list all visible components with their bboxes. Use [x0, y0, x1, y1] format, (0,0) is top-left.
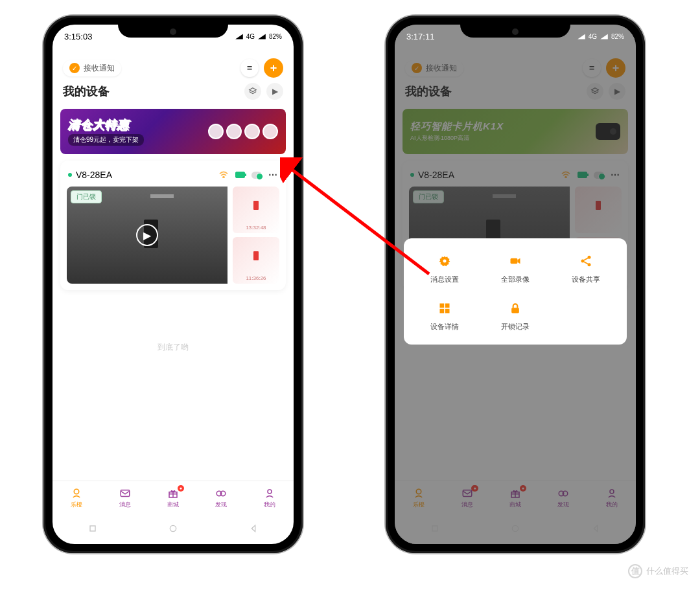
svg-point-6 — [268, 490, 272, 494]
check-icon: ✓ — [69, 63, 80, 73]
device-head: V8-28EA ⋯ — [67, 167, 279, 187]
add-device-button[interactable]: + — [264, 58, 283, 78]
notch-camera — [170, 28, 176, 35]
status-time: 3:17:11 — [406, 32, 434, 41]
svg-rect-20 — [445, 309, 449, 313]
event-thumbnails: 13:32:48 11:36:26 — [233, 187, 279, 284]
annotation-arrow — [280, 157, 449, 287]
video-area[interactable]: 门已锁 ▶ — [67, 187, 228, 284]
profile-icon — [262, 488, 277, 499]
home-icon — [69, 488, 84, 499]
watermark-text: 什么值得买 — [646, 565, 688, 577]
svg-rect-19 — [439, 309, 444, 313]
watermark-icon: 值 — [628, 564, 642, 578]
svg-line-15 — [584, 258, 588, 260]
event-thumb-1[interactable]: 13:32:48 — [233, 187, 279, 233]
system-nav — [52, 519, 294, 540]
device-more-button[interactable]: ⋯ — [268, 170, 278, 180]
screen-left: 3:15:03 4G 82% ✓ 接收通知 = + 我的设备 ▶ 清仓大 — [52, 25, 294, 544]
sys-back-icon[interactable] — [248, 523, 259, 536]
app-header: ✓ 接收通知 = + — [52, 51, 294, 85]
svg-rect-11 — [510, 258, 517, 264]
lock-icon — [508, 301, 522, 315]
menu-device-details[interactable]: 设备详情 — [409, 301, 480, 332]
watermark: 值 什么值得买 — [628, 564, 688, 578]
signal-icon-2 — [257, 33, 266, 40]
nav-discover[interactable]: 发现 — [197, 481, 245, 516]
signal-icon — [235, 33, 244, 40]
sys-home-icon[interactable] — [168, 523, 178, 536]
wifi-icon — [218, 170, 229, 180]
nav-messages[interactable]: 消息 — [100, 481, 148, 516]
play-icon[interactable]: ▶ — [266, 83, 283, 100]
notify-pill[interactable]: ✓ 接收通知 — [63, 60, 121, 76]
event-thumb-2[interactable]: 11:36:26 — [233, 237, 279, 284]
phone-left: 3:15:03 4G 82% ✓ 接收通知 = + 我的设备 ▶ 清仓大 — [43, 16, 303, 553]
nav-shop[interactable]: ●商城 — [149, 481, 197, 516]
discover-icon — [214, 488, 228, 499]
svg-line-30 — [288, 166, 429, 274]
cloud-check-icon — [251, 172, 262, 179]
signal-icon-2 — [600, 33, 609, 40]
video-icon — [508, 254, 522, 268]
online-dot-icon — [68, 173, 72, 177]
page-title: 我的设备 — [63, 84, 239, 99]
nav-profile[interactable]: 我的 — [246, 481, 294, 516]
status-battery: 82% — [269, 33, 282, 40]
notify-pill-label: 接收通知 — [84, 63, 115, 74]
status-net: 4G — [589, 33, 597, 40]
share-icon — [579, 254, 593, 268]
status-right: 4G 82% — [577, 33, 624, 40]
list-end-text: 到底了哟 — [52, 342, 294, 353]
sys-recent-icon[interactable] — [88, 523, 98, 536]
svg-point-1 — [74, 489, 79, 494]
svg-rect-21 — [511, 308, 519, 313]
title-row: 我的设备 ▶ — [52, 83, 294, 100]
banner-products — [144, 124, 278, 139]
menu-unlock-records[interactable]: 开锁记录 — [480, 301, 550, 332]
svg-point-8 — [170, 525, 176, 531]
banner-title: 清仓大特惠 — [68, 117, 144, 133]
grid-icon — [438, 301, 452, 315]
device-name: V8-28EA — [76, 170, 112, 180]
status-net: 4G — [246, 33, 255, 40]
svg-rect-2 — [121, 490, 130, 497]
bottom-nav: 乐橙 消息 ●商城 发现 我的 — [52, 481, 294, 516]
svg-point-14 — [588, 263, 591, 266]
signal-icon — [577, 33, 586, 40]
device-card[interactable]: V8-28EA ⋯ 门已锁 ▶ 13:32:48 11:36:26 — [60, 161, 286, 290]
status-right: 4G 82% — [235, 33, 282, 40]
svg-rect-7 — [90, 526, 95, 531]
menu-all-recordings[interactable]: 全部录像 — [480, 254, 550, 284]
svg-rect-18 — [445, 304, 449, 308]
status-time: 3:15:03 — [64, 32, 92, 41]
lock-status-tag: 门已锁 — [71, 190, 102, 203]
message-icon — [118, 488, 132, 499]
battery-icon — [235, 172, 245, 178]
camera-preview[interactable]: 门已锁 ▶ 13:32:48 11:36:26 — [67, 187, 279, 284]
status-battery: 82% — [611, 33, 624, 40]
svg-point-13 — [581, 260, 585, 263]
play-button[interactable]: ▶ — [136, 224, 158, 246]
scan-button[interactable]: = — [240, 59, 259, 77]
gift-icon: ● — [166, 488, 180, 499]
svg-point-0 — [223, 177, 224, 178]
notch-camera — [512, 28, 519, 35]
svg-line-16 — [584, 262, 588, 264]
svg-rect-17 — [439, 304, 444, 308]
svg-point-12 — [588, 256, 591, 259]
banner-sub: 清仓99元起，卖完下架 — [68, 134, 144, 146]
promo-banner[interactable]: 清仓大特惠 清仓99元起，卖完下架 — [60, 109, 286, 154]
menu-share-device[interactable]: 设备共享 — [551, 254, 622, 284]
nav-home[interactable]: 乐橙 — [52, 481, 100, 516]
layers-icon[interactable] — [244, 83, 261, 100]
